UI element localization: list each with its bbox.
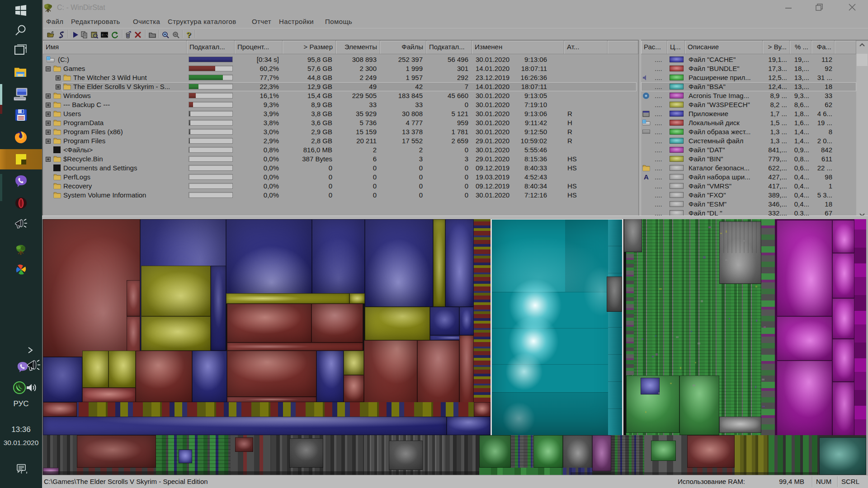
svg-text:C:\: C:\ [102, 33, 108, 37]
svg-text:?: ? [186, 31, 191, 38]
